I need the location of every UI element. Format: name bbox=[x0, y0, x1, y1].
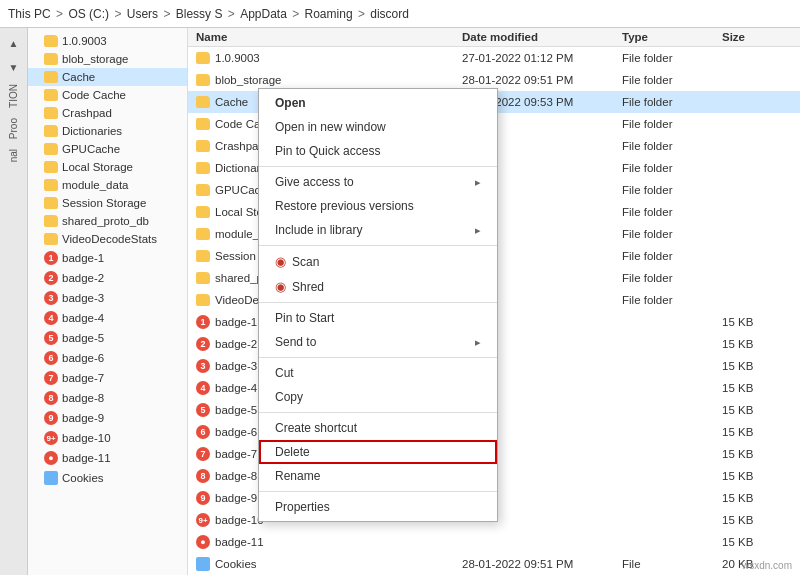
badge-8-icon: 8 bbox=[196, 469, 210, 483]
ctx-delete[interactable]: Delete bbox=[259, 440, 497, 464]
strip-up-btn[interactable]: ▲ bbox=[3, 32, 25, 54]
folder-icon bbox=[44, 215, 58, 227]
sidebar-item-badge-6[interactable]: 6badge-6 bbox=[28, 348, 187, 368]
col-date: Date modified bbox=[462, 31, 622, 43]
sidebar-item-badge-11[interactable]: ●badge-11 bbox=[28, 448, 187, 468]
badge-2-icon: 2 bbox=[44, 271, 58, 285]
sidebar-item-badge-10[interactable]: 9+badge-10 bbox=[28, 428, 187, 448]
ctx-open-new[interactable]: Open in new window bbox=[259, 115, 497, 139]
breadcrumb: This PC > OS (C:) > Users > Blessy S > A… bbox=[8, 7, 409, 21]
ctx-give-access[interactable]: Give access to ▸ bbox=[259, 170, 497, 194]
badge-1-icon: 1 bbox=[196, 315, 210, 329]
folder-icon bbox=[196, 184, 210, 196]
ctx-include-lib[interactable]: Include in library ▸ bbox=[259, 218, 497, 242]
ctx-send-to[interactable]: Send to ▸ bbox=[259, 330, 497, 354]
badge-11-icon: ● bbox=[44, 451, 58, 465]
badge-9-icon: 9 bbox=[196, 491, 210, 505]
sidebar-item-badge-4[interactable]: 4badge-4 bbox=[28, 308, 187, 328]
sidebar-item-gpucache[interactable]: GPUCache bbox=[28, 140, 187, 158]
badge-8-icon: 8 bbox=[44, 391, 58, 405]
folder-icon bbox=[196, 162, 210, 174]
folder-icon bbox=[196, 250, 210, 262]
ctx-create-shortcut[interactable]: Create shortcut bbox=[259, 416, 497, 440]
ctx-rename[interactable]: Rename bbox=[259, 464, 497, 488]
sidebar-item-crashpad[interactable]: Crashpad bbox=[28, 104, 187, 122]
watermark: wsxdn.com bbox=[742, 560, 792, 571]
chevron-right-icon: ▸ bbox=[475, 224, 481, 237]
table-row[interactable]: 1.0.9003 27-01-2022 01:12 PM File folder bbox=[188, 47, 800, 69]
ctx-sep-2 bbox=[259, 245, 497, 246]
sidebar-item-code-cache[interactable]: Code Cache bbox=[28, 86, 187, 104]
folder-icon bbox=[196, 52, 210, 64]
strip-label-nal: nal bbox=[6, 145, 21, 166]
sidebar-item-badge-8[interactable]: 8badge-8 bbox=[28, 388, 187, 408]
sidebar-item-local-storage[interactable]: Local Storage bbox=[28, 158, 187, 176]
scan-icon: ◉ bbox=[275, 254, 286, 269]
sidebar-item-badge-1[interactable]: 1badge-1 bbox=[28, 248, 187, 268]
folder-icon bbox=[44, 161, 58, 173]
col-size: Size bbox=[722, 31, 792, 43]
badge-2-icon: 2 bbox=[196, 337, 210, 351]
sidebar-item-badge-7[interactable]: 7badge-7 bbox=[28, 368, 187, 388]
sidebar-item-blob_storage[interactable]: blob_storage bbox=[28, 50, 187, 68]
badge-9-icon: 9 bbox=[44, 411, 58, 425]
sidebar-item-badge-2[interactable]: 2badge-2 bbox=[28, 268, 187, 288]
sidebar-item-badge-3[interactable]: 3badge-3 bbox=[28, 288, 187, 308]
table-row-cookies[interactable]: Cookies 28-01-2022 09:51 PM File 20 KB bbox=[188, 553, 800, 575]
col-type: Type bbox=[622, 31, 722, 43]
badge-11-icon: ● bbox=[196, 535, 210, 549]
sidebar-item-badge-9[interactable]: 9badge-9 bbox=[28, 408, 187, 428]
folder-icon bbox=[44, 53, 58, 65]
ctx-sep-3 bbox=[259, 302, 497, 303]
folder-icon bbox=[44, 107, 58, 119]
ctx-shred[interactable]: ◉ Shred bbox=[259, 274, 497, 299]
sidebar-item-1.0.9003[interactable]: 1.0.9003 bbox=[28, 32, 187, 50]
left-strip: ▲ ▼ TION Proo nal bbox=[0, 28, 28, 575]
folder-icon bbox=[44, 197, 58, 209]
folder-icon bbox=[44, 179, 58, 191]
badge-7-icon: 7 bbox=[44, 371, 58, 385]
sidebar-item-cache[interactable]: Cache bbox=[28, 68, 187, 86]
badge-1-icon: 1 bbox=[44, 251, 58, 265]
ctx-cut[interactable]: Cut bbox=[259, 361, 497, 385]
file-list-header: Name Date modified Type Size bbox=[188, 28, 800, 47]
sidebar-item-shared-proto[interactable]: shared_proto_db bbox=[28, 212, 187, 230]
badge-3-icon: 3 bbox=[44, 291, 58, 305]
ctx-restore[interactable]: Restore previous versions bbox=[259, 194, 497, 218]
folder-icon bbox=[196, 74, 210, 86]
ctx-copy[interactable]: Copy bbox=[259, 385, 497, 409]
folder-icon bbox=[44, 233, 58, 245]
shred-icon: ◉ bbox=[275, 279, 286, 294]
ctx-properties[interactable]: Properties bbox=[259, 495, 497, 519]
badge-6-icon: 6 bbox=[196, 425, 210, 439]
badge-10-icon: 9+ bbox=[44, 431, 58, 445]
ctx-pin-start[interactable]: Pin to Start bbox=[259, 306, 497, 330]
sidebar-item-session-storage[interactable]: Session Storage bbox=[28, 194, 187, 212]
table-row[interactable]: ●badge-11 15 KB bbox=[188, 531, 800, 553]
sidebar-item-badge-5[interactable]: 5badge-5 bbox=[28, 328, 187, 348]
ctx-sep-1 bbox=[259, 166, 497, 167]
folder-icon bbox=[196, 206, 210, 218]
ctx-scan[interactable]: ◉ Scan bbox=[259, 249, 497, 274]
badge-4-icon: 4 bbox=[44, 311, 58, 325]
folder-icon bbox=[196, 96, 210, 108]
folder-icon bbox=[196, 272, 210, 284]
ctx-open[interactable]: Open bbox=[259, 91, 497, 115]
sidebar-item-videodecode[interactable]: VideoDecodeStats bbox=[28, 230, 187, 248]
badge-4-icon: 4 bbox=[196, 381, 210, 395]
sidebar: 1.0.9003 blob_storage Cache Code Cache C… bbox=[28, 28, 188, 575]
folder-icon bbox=[44, 89, 58, 101]
address-bar: This PC > OS (C:) > Users > Blessy S > A… bbox=[0, 0, 800, 28]
badge-3-icon: 3 bbox=[196, 359, 210, 373]
ctx-pin-quick[interactable]: Pin to Quick access bbox=[259, 139, 497, 163]
sidebar-item-module-data[interactable]: module_data bbox=[28, 176, 187, 194]
sidebar-item-dictionaries[interactable]: Dictionaries bbox=[28, 122, 187, 140]
strip-down-btn[interactable]: ▼ bbox=[3, 56, 25, 78]
chevron-right-icon: ▸ bbox=[475, 336, 481, 349]
folder-icon bbox=[44, 71, 58, 83]
badge-5-icon: 5 bbox=[44, 331, 58, 345]
folder-icon bbox=[44, 35, 58, 47]
sidebar-item-cookies[interactable]: Cookies bbox=[28, 468, 187, 488]
folder-icon bbox=[44, 125, 58, 137]
folder-icon bbox=[196, 118, 210, 130]
